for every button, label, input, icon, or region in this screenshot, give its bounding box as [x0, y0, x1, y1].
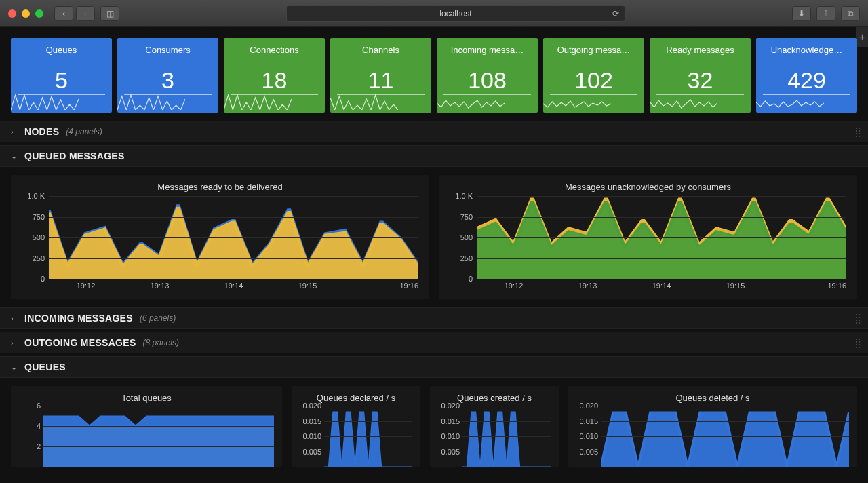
download-icon: ⬇ — [798, 9, 805, 18]
tabs-button[interactable]: ⧉ — [841, 6, 860, 21]
share-button[interactable]: ⇧ — [816, 6, 835, 21]
stat-card[interactable]: Connections18 — [224, 38, 325, 113]
card-value: 108 — [437, 67, 538, 94]
sparkline — [224, 94, 292, 110]
sparkline — [543, 94, 611, 110]
row-header-outgoing-messages[interactable]: › OUTGOING MESSAGES (8 panels) ⣿ — [0, 332, 868, 353]
chevron-down-icon: ⌄ — [11, 363, 18, 372]
panel-total-queues[interactable]: Total queues 246 — [11, 386, 282, 467]
card-title: Ready messages — [650, 38, 751, 55]
panel-messages-ready[interactable]: Messages ready to be delivered 025050075… — [11, 175, 429, 299]
chevron-right-icon: › — [11, 128, 18, 136]
stat-card[interactable]: Consumers3 — [117, 38, 218, 113]
card-value: 3 — [117, 67, 218, 94]
stat-card[interactable]: Outgoing messa…102 — [543, 38, 644, 113]
panel-queues-created[interactable]: Queues created / s 0.0050.0100.0150.020 — [430, 386, 559, 467]
refresh-icon[interactable]: ⟳ — [612, 9, 619, 18]
card-title: Incoming messa… — [437, 38, 538, 55]
share-icon: ⇧ — [823, 9, 829, 18]
sidebar-toggle-button[interactable]: ◫ — [100, 6, 119, 21]
sparkline — [330, 94, 398, 110]
card-title: Outgoing messa… — [543, 38, 644, 55]
sparkline — [756, 94, 824, 110]
card-title: Unacknowledge… — [756, 38, 857, 55]
chevron-down-icon: ⌄ — [11, 152, 18, 161]
chart-queues-deleted: 0.0050.0100.0150.020 — [574, 406, 852, 467]
card-title: Connections — [224, 38, 325, 55]
minimize-window-button[interactable] — [22, 9, 30, 18]
sparkline — [437, 94, 505, 110]
panel-messages-unack[interactable]: Messages unacknowledged by consumers 025… — [439, 175, 857, 299]
stat-card[interactable]: Queues5 — [11, 38, 112, 113]
queued-messages-panels: Messages ready to be delivered 025050075… — [0, 167, 868, 305]
chart-queues-declared: 0.0050.0100.0150.020 — [297, 406, 415, 467]
chevron-right-icon: › — [11, 339, 18, 347]
stat-card[interactable]: Ready messages32 — [650, 38, 751, 113]
panel-title: Messages ready to be delivered — [16, 182, 424, 192]
downloads-button[interactable]: ⬇ — [792, 6, 811, 21]
stat-cards-row: Queues5Consumers3Connections18Channels11… — [0, 27, 868, 118]
address-text: localhost — [439, 9, 471, 18]
stat-card[interactable]: Incoming messa…108 — [437, 38, 538, 113]
panel-title: Total queues — [16, 393, 277, 403]
sparkline — [650, 94, 717, 110]
panel-title: Queues deleted / s — [574, 393, 852, 403]
sparkline — [117, 94, 185, 110]
card-value: 5 — [11, 67, 112, 94]
card-value: 429 — [756, 67, 857, 94]
chevron-right-icon: › — [11, 314, 18, 322]
row-title: QUEUED MESSAGES — [24, 151, 125, 161]
maximize-window-button[interactable] — [35, 9, 43, 18]
card-value: 18 — [224, 67, 325, 94]
window-controls — [8, 9, 43, 18]
toolbar-right: ⬇ ⇧ ⧉ — [792, 6, 860, 21]
row-title: NODES — [24, 126, 59, 137]
nav-buttons: ‹ › — [54, 6, 95, 21]
queues-panels: Total queues 246 Queues declared / s 0.0… — [0, 378, 868, 467]
panel-title: Messages unacknowledged by consumers — [444, 182, 852, 192]
stat-card[interactable]: Unacknowledge…429 — [756, 38, 857, 113]
forward-button[interactable]: › — [76, 6, 95, 21]
drag-handle-icon[interactable]: ⣿ — [854, 313, 863, 324]
card-value: 32 — [650, 67, 751, 94]
close-window-button[interactable] — [8, 9, 16, 18]
sidebar-icon: ◫ — [106, 9, 114, 18]
row-title: OUTGOING MESSAGES — [24, 337, 136, 348]
back-button[interactable]: ‹ — [54, 6, 73, 21]
address-bar[interactable]: localhost ⟳ — [286, 5, 625, 22]
card-title: Queues — [11, 38, 112, 55]
row-title: QUEUES — [24, 362, 66, 372]
row-header-queued-messages[interactable]: ⌄ QUEUED MESSAGES — [0, 145, 868, 167]
dashboard: Queues5Consumers3Connections18Channels11… — [0, 27, 868, 483]
browser-titlebar: ‹ › ◫ localhost ⟳ ⬇ ⇧ ⧉ — [0, 0, 868, 27]
tabs-icon: ⧉ — [848, 9, 854, 18]
chart-messages-ready: 02505007501.0 K19:1219:1319:1419:1519:16 — [16, 196, 424, 294]
drag-handle-icon[interactable]: ⣿ — [854, 337, 863, 348]
row-subtitle: (4 panels) — [66, 127, 102, 136]
chart-total-queues: 246 — [16, 406, 277, 467]
card-value: 11 — [330, 67, 431, 94]
stat-card[interactable]: Channels11 — [330, 38, 431, 113]
row-header-queues[interactable]: ⌄ QUEUES — [0, 356, 868, 378]
panel-queues-deleted[interactable]: Queues deleted / s 0.0050.0100.0150.020 — [568, 386, 857, 467]
card-title: Channels — [330, 38, 431, 55]
sparkline — [11, 94, 79, 110]
panel-queues-declared[interactable]: Queues declared / s 0.0050.0100.0150.020 — [292, 386, 420, 467]
drag-handle-icon[interactable]: ⣿ — [854, 126, 863, 137]
row-subtitle: (8 panels) — [143, 338, 179, 347]
new-tab-button[interactable]: + — [856, 27, 868, 47]
row-subtitle: (6 panels) — [140, 313, 176, 323]
row-title: INCOMING MESSAGES — [24, 313, 133, 324]
card-value: 102 — [543, 67, 644, 94]
chart-messages-unack: 02505007501.0 K19:1219:1319:1419:1519:16 — [444, 196, 852, 294]
card-title: Consumers — [117, 38, 218, 55]
row-header-incoming-messages[interactable]: › INCOMING MESSAGES (6 panels) ⣿ — [0, 307, 868, 329]
chart-queues-created: 0.0050.0100.0150.020 — [435, 406, 553, 467]
row-header-nodes[interactable]: › NODES (4 panels) ⣿ — [0, 121, 868, 142]
